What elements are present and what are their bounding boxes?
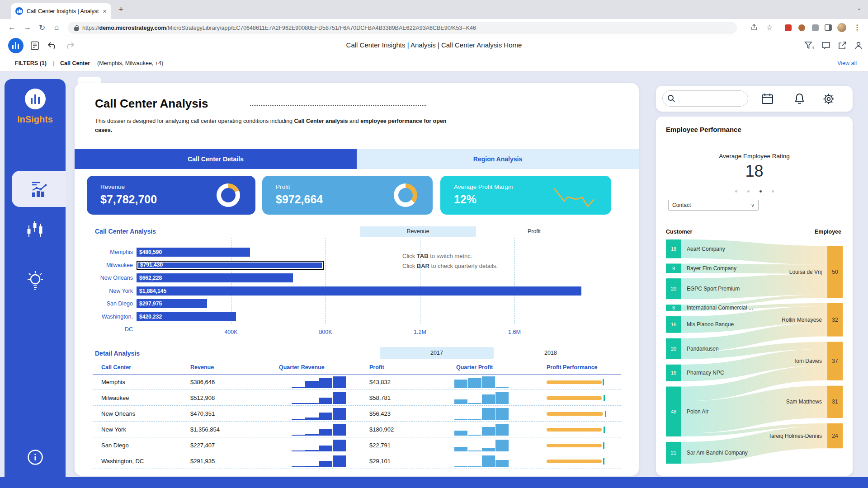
extension-red-icon[interactable]	[785, 24, 792, 31]
extension-avatar-icon[interactable]	[798, 24, 805, 31]
bar-category-label: Milwaukee	[93, 259, 133, 272]
forward-button[interactable]: →	[24, 23, 31, 32]
column-header[interactable]: Profit Performance	[547, 364, 598, 371]
home-button[interactable]: ⌂	[54, 23, 59, 32]
filter-values[interactable]: (Memphis, Milwaukee, +4)	[97, 60, 163, 66]
bar-san-diego[interactable]: $297,975	[137, 299, 207, 308]
share-page-icon[interactable]	[750, 24, 758, 31]
share-export-icon[interactable]	[837, 41, 847, 51]
filter-funnel-icon[interactable]: 1	[804, 41, 815, 51]
table-cell: $227,407	[190, 437, 215, 453]
quarter-mini-chart[interactable]	[292, 424, 346, 436]
table-row[interactable]: New York$1,356,854$180,902	[93, 422, 621, 437]
quarter-mini-chart[interactable]	[454, 376, 509, 388]
extension-puzzle-icon[interactable]	[812, 24, 819, 31]
address-bar[interactable]: https://demo.microstrategy.com/MicroStra…	[68, 22, 737, 34]
site-favicon-icon	[15, 7, 23, 15]
table-row[interactable]: Washington, DC$291,935$29,101	[93, 453, 621, 469]
filter-name[interactable]: Call Center	[60, 60, 90, 66]
sankey-chart[interactable]: 18AeaR Company9Bayer Elm Company20EGPC S…	[666, 239, 843, 465]
axis-tick-label: 1.6M	[501, 329, 528, 335]
browser-menu-icon[interactable]: ⋮	[854, 23, 861, 32]
profile-avatar[interactable]	[837, 23, 846, 32]
quarter-mini-chart[interactable]	[454, 408, 509, 420]
reload-button[interactable]: ↻	[39, 23, 45, 33]
dot[interactable]	[772, 190, 774, 192]
new-tab-button[interactable]: +	[118, 5, 123, 14]
search-box[interactable]	[662, 90, 748, 107]
svg-text:32: 32	[832, 317, 838, 323]
calendar-icon[interactable]	[761, 93, 774, 105]
pagination-dots[interactable]	[656, 186, 853, 194]
sidebar-item-stocks[interactable]	[25, 219, 45, 241]
account-person-icon[interactable]	[854, 41, 863, 51]
year-tab-2017[interactable]: 2017	[380, 347, 494, 359]
quarter-mini-chart[interactable]	[454, 455, 509, 467]
tab-close-icon[interactable]: ×	[103, 7, 107, 15]
year-tab-2018[interactable]: 2018	[494, 347, 608, 359]
column-header[interactable]: Call Center	[101, 364, 131, 371]
table-row[interactable]: Memphis$386,646$43,832	[93, 374, 621, 390]
bar-row: San Diego$297,975	[93, 297, 617, 310]
donut-gauge-icon	[217, 183, 240, 207]
side-panel-icon[interactable]	[825, 24, 832, 31]
sidebar-item-insights[interactable]	[24, 268, 46, 291]
kpi-profit-card[interactable]: Profit $972,664	[262, 176, 433, 215]
column-header[interactable]: Quarter Profit	[456, 364, 493, 371]
metric-tab-revenue[interactable]: Revenue	[360, 226, 476, 237]
sidebar-item-info[interactable]	[27, 449, 44, 466]
metric-tab-profit[interactable]: Profit	[476, 226, 592, 237]
quarter-mini-chart[interactable]	[454, 424, 509, 436]
table-cell: $29,101	[369, 453, 391, 469]
table-cell: New York	[101, 422, 126, 437]
comments-icon[interactable]	[821, 41, 831, 51]
back-button[interactable]: ←	[8, 23, 16, 32]
dot[interactable]	[735, 190, 737, 192]
search-input[interactable]	[678, 95, 737, 102]
sidebar-item-dashboard-selected[interactable]	[12, 171, 66, 207]
table-cell: $386,646	[190, 374, 215, 390]
table-row[interactable]: San Diego$227,407$22,791	[93, 437, 621, 453]
info-icon	[27, 449, 44, 466]
quarter-mini-chart[interactable]	[292, 392, 346, 404]
tab-region-analysis[interactable]: Region Analysis	[357, 149, 639, 169]
column-header[interactable]: Profit	[369, 364, 384, 371]
bar-washington-dc[interactable]: $420,232	[137, 312, 236, 321]
kpi-margin-card[interactable]: Average Profit Margin 12%	[440, 176, 611, 215]
table-row[interactable]: Milwaukee$512,908$58,781	[93, 390, 621, 406]
table-cell: $43,832	[369, 374, 391, 390]
contact-select[interactable]: Contact∨	[668, 200, 759, 211]
bar-memphis[interactable]: $480,590	[137, 248, 250, 257]
dot[interactable]	[760, 190, 762, 192]
view-all-link[interactable]: View all	[837, 60, 857, 66]
dot[interactable]	[747, 190, 750, 192]
bar-new-orleans[interactable]: $662,228	[137, 273, 293, 282]
quarter-mini-chart[interactable]	[292, 455, 346, 467]
bar-new-york[interactable]: $1,884,145	[137, 286, 581, 296]
quarter-mini-chart[interactable]	[454, 392, 509, 404]
filters-label[interactable]: FILTERS (1)	[15, 60, 47, 66]
quarter-mini-chart[interactable]	[292, 440, 346, 451]
kpi-revenue-card[interactable]: Revenue $7,782,700	[87, 176, 255, 215]
browser-toolbar: ← → ↻ ⌂ https://demo.microstrategy.com/M…	[0, 19, 868, 36]
bar-category-label: Washington, DC	[93, 310, 133, 336]
quarter-mini-chart[interactable]	[292, 376, 346, 388]
settings-gear-icon[interactable]	[822, 93, 835, 105]
column-header[interactable]: Quarter Revenue	[279, 364, 325, 371]
tab-call-center-details[interactable]: Call Center Details	[75, 149, 357, 169]
lock-icon	[74, 25, 79, 31]
quarter-mini-chart[interactable]	[454, 440, 509, 451]
insights-logo-icon[interactable]	[25, 89, 46, 109]
notifications-bell-icon[interactable]	[793, 93, 806, 105]
bar-milwaukee[interactable]: $791,430	[137, 261, 324, 270]
table-row[interactable]: New Orleans$470,351$56,423	[93, 406, 621, 422]
column-header[interactable]: Revenue	[190, 364, 214, 371]
table-cell: Memphis	[101, 374, 125, 390]
svg-text:37: 37	[832, 358, 838, 364]
bookmark-star-icon[interactable]: ☆	[766, 23, 773, 32]
table-cell: Milwaukee	[101, 390, 129, 406]
table-cell: $22,791	[369, 437, 391, 453]
browser-tab[interactable]: Call Center Insights | Analysis | ×	[11, 3, 111, 19]
tab-search-chevron-icon[interactable]: ⌄	[857, 5, 862, 11]
quarter-mini-chart[interactable]	[292, 408, 346, 420]
